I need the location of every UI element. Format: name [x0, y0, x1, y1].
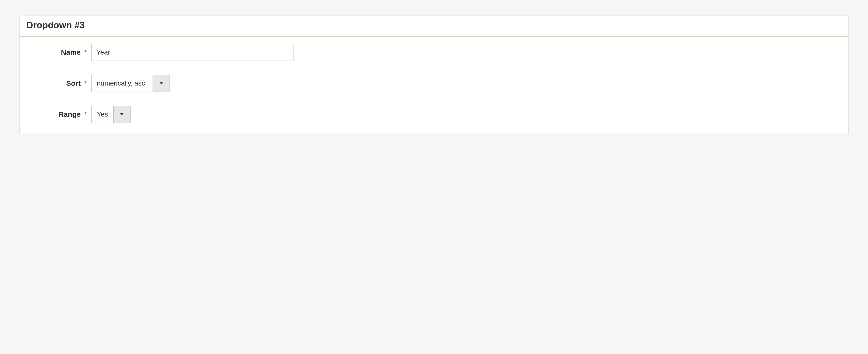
label-cell-sort: Sort *: [26, 79, 91, 87]
control-cell-range: Yes: [91, 106, 842, 123]
range-select-toggle[interactable]: [113, 106, 130, 123]
label-cell-name: Name *: [26, 48, 91, 56]
sort-select[interactable]: numerically, asc: [91, 75, 170, 92]
svg-marker-0: [159, 82, 163, 85]
name-label: Name: [61, 48, 81, 56]
field-row-sort: Sort * numerically, asc: [26, 75, 842, 92]
required-asterisk-icon: *: [84, 49, 87, 56]
panel-title: Dropdown #3: [26, 20, 842, 31]
field-row-name: Name *: [26, 44, 842, 61]
sort-label: Sort: [66, 79, 81, 87]
control-cell-name: [91, 44, 842, 61]
required-asterisk-icon: *: [84, 80, 87, 87]
required-asterisk-icon: *: [84, 111, 87, 118]
sort-select-toggle[interactable]: [153, 75, 169, 92]
field-row-range: Range * Yes: [26, 106, 842, 123]
panel-header: Dropdown #3: [20, 16, 848, 37]
range-select[interactable]: Yes: [91, 106, 130, 123]
dropdown-config-panel: Dropdown #3 Name * Sort *: [20, 16, 848, 134]
range-select-value: Yes: [92, 106, 113, 123]
form-body: Name * Sort * numerically, asc: [20, 37, 848, 123]
sort-select-value: numerically, asc: [92, 75, 153, 92]
chevron-down-icon: [120, 113, 124, 116]
range-label: Range: [59, 110, 81, 118]
chevron-down-icon: [159, 82, 163, 85]
svg-marker-1: [120, 113, 124, 116]
label-cell-range: Range *: [26, 110, 91, 118]
control-cell-sort: numerically, asc: [91, 75, 842, 92]
name-input[interactable]: [91, 44, 294, 61]
